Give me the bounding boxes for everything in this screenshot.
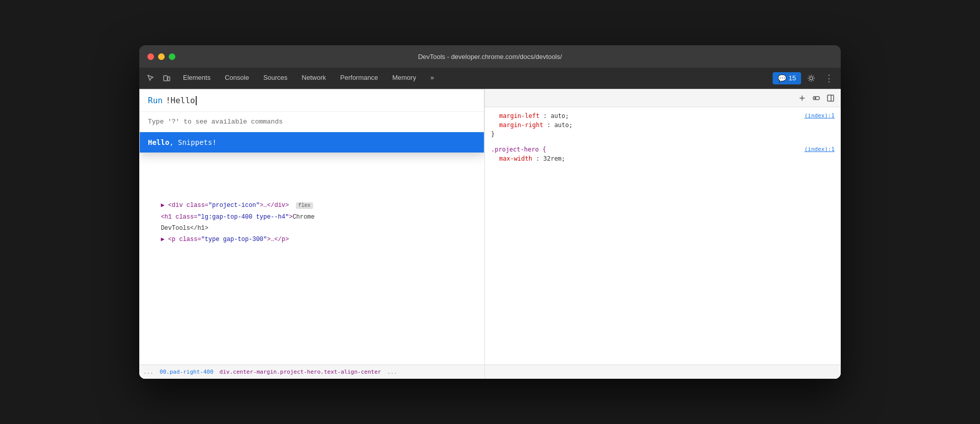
svg-rect-1 (168, 77, 170, 81)
close-button[interactable] (147, 53, 154, 60)
bc-dots-left: ... (143, 369, 154, 375)
css-source-1[interactable]: (index):1 (804, 111, 835, 120)
css-rule-1: (index):1 margin-left : auto; margin-rig… (491, 111, 835, 139)
tab-performance[interactable]: Performance (333, 68, 385, 89)
bc-dots-right: ... (387, 369, 397, 375)
console-badge-button[interactable]: 💬 15 (773, 72, 801, 84)
dom-tree[interactable]: Run !Hello Type '?' to see available com… (139, 89, 484, 365)
bc-item2[interactable]: div.center-margin.project-hero.text-alig… (220, 369, 381, 375)
main-content: Run !Hello Type '?' to see available com… (139, 89, 841, 379)
device-toggle-icon[interactable] (160, 71, 174, 85)
toolbar: Elements Console Sources Network Perform… (139, 68, 841, 89)
css-prop-line: max-width : 32rem; (491, 154, 835, 163)
tab-console[interactable]: Console (218, 68, 256, 89)
result-rest-text: , Snippets! (169, 138, 217, 146)
devtools-window: DevTools - developer.chrome.com/docs/dev… (139, 45, 841, 379)
dom-line: <h1 class="lg:gap-top-400 type--h4">Chro… (143, 211, 480, 223)
right-panel: (index):1 margin-left : auto; margin-rig… (485, 89, 841, 379)
result-bold-text: Hello (148, 138, 169, 146)
svg-point-6 (814, 97, 816, 99)
svg-rect-7 (828, 95, 834, 101)
css-rule-2: .project-hero { (index):1 max-width : 32… (491, 145, 835, 163)
left-panel: Run !Hello Type '?' to see available com… (139, 89, 485, 379)
css-prop-line: margin-left : auto; (491, 111, 835, 120)
tab-more[interactable]: » (423, 68, 441, 89)
sidebar-toggle-icon[interactable] (824, 92, 837, 104)
add-style-icon[interactable] (796, 92, 808, 104)
tab-network[interactable]: Network (295, 68, 333, 89)
window-title: DevTools - developer.chrome.com/docs/dev… (418, 53, 562, 60)
breadcrumb: ... 00.pad-right-400 div.center-margin.p… (139, 365, 484, 379)
svg-rect-0 (164, 76, 167, 81)
dom-line: ▶ <div class="project-icon">…</div> flex (143, 200, 480, 211)
css-close-brace: } (491, 130, 835, 139)
command-text[interactable]: !Hello (166, 96, 195, 105)
dom-line: ▶ <p class="type gap-top-300">…</p> (143, 234, 480, 245)
command-menu: Run !Hello Type '?' to see available com… (139, 89, 484, 153)
command-input-row: Run !Hello (140, 89, 484, 112)
settings-icon[interactable] (804, 71, 818, 85)
css-selector-2: .project-hero { (491, 145, 546, 154)
dom-line: DevTools</h1> (143, 223, 480, 234)
command-hint: Type '?' to see available commands (140, 112, 484, 132)
css-prop-line: margin-right : auto; (491, 120, 835, 130)
titlebar: DevTools - developer.chrome.com/docs/dev… (139, 45, 841, 68)
bc-item1[interactable]: 00.pad-right-400 (160, 369, 213, 375)
traffic-lights (147, 53, 175, 60)
console-icon: 💬 (778, 74, 786, 82)
css-source-2[interactable]: (index):1 (804, 145, 835, 154)
inspect-icon[interactable] (143, 71, 158, 85)
more-menu-icon[interactable]: ⋮ (821, 71, 837, 86)
toolbar-right: 💬 15 ⋮ (773, 71, 837, 86)
run-prefix: Run (148, 96, 163, 105)
tab-memory[interactable]: Memory (385, 68, 423, 89)
right-toolbar (485, 89, 841, 107)
tab-bar: Elements Console Sources Network Perform… (176, 68, 771, 89)
cursor (196, 96, 197, 105)
command-result[interactable]: Hello, Snippets! (140, 132, 484, 153)
maximize-button[interactable] (169, 53, 175, 60)
tab-sources[interactable]: Sources (256, 68, 295, 89)
tab-elements[interactable]: Elements (176, 68, 218, 89)
minimize-button[interactable] (158, 53, 165, 60)
toggle-element-state-icon[interactable] (810, 92, 822, 104)
badge-count: 15 (789, 74, 796, 82)
styles-panel: (index):1 margin-left : auto; margin-rig… (485, 107, 841, 365)
svg-point-2 (810, 77, 813, 80)
right-breadcrumb (485, 365, 841, 379)
